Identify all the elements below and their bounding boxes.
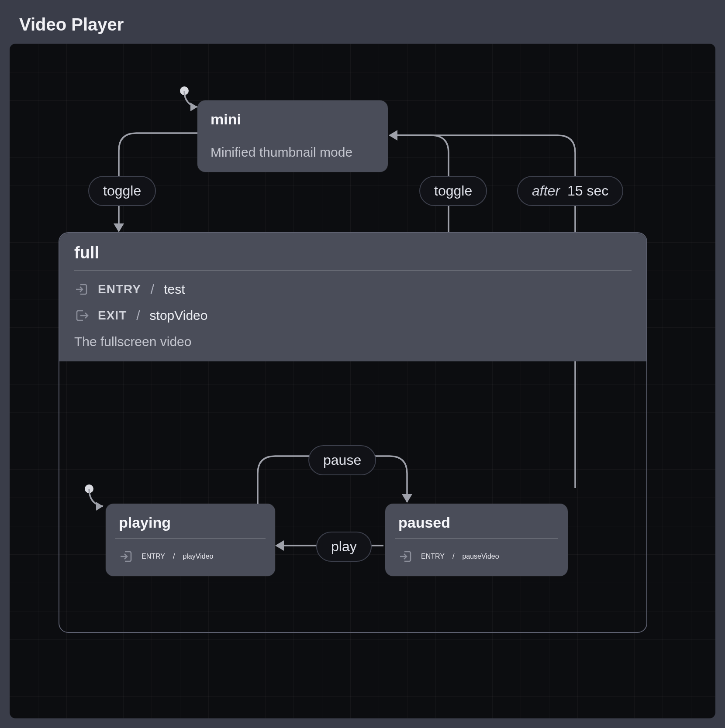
entry-keyword: ENTRY — [142, 553, 165, 560]
transition-after-value: 15 sec — [564, 183, 608, 199]
entry-keyword: ENTRY — [421, 553, 445, 560]
state-paused[interactable]: paused ENTRY / pauseVideo — [385, 504, 568, 576]
state-full-description: The fullscreen video — [74, 323, 632, 349]
state-full-title: full — [74, 244, 632, 270]
entry-action: test — [164, 282, 185, 297]
diagram-frame: Video Player — [0, 0, 725, 728]
transition-full-to-mini-after[interactable]: after 15 sec — [517, 176, 623, 206]
state-full-header: full ENTRY / test EXIT / stopVid — [59, 233, 646, 361]
state-full-exit-row: EXIT / stopVideo — [74, 297, 632, 323]
state-mini-title: mini — [197, 100, 388, 136]
transition-after-keyword: after — [532, 183, 560, 199]
transition-label: play — [331, 539, 357, 554]
transition-full-to-mini-toggle[interactable]: toggle — [419, 176, 487, 206]
svg-marker-2 — [114, 223, 124, 232]
state-paused-body: ENTRY / pauseVideo — [385, 539, 568, 576]
slash: / — [452, 553, 454, 560]
exit-action: stopVideo — [150, 308, 208, 323]
entry-icon — [74, 282, 89, 297]
entry-action: playVideo — [183, 553, 213, 560]
entry-keyword: ENTRY — [98, 282, 141, 296]
svg-point-0 — [180, 86, 189, 95]
state-full-entry-row: ENTRY / test — [74, 271, 632, 297]
state-mini[interactable]: mini Minified thumbnail mode — [197, 100, 388, 172]
state-playing-body: ENTRY / playVideo — [106, 539, 275, 576]
slash: / — [150, 282, 155, 297]
slash: / — [173, 553, 175, 560]
svg-marker-1 — [190, 103, 197, 111]
state-full[interactable]: full ENTRY / test EXIT / stopVid — [59, 232, 647, 633]
transition-label: toggle — [434, 183, 472, 199]
exit-keyword: EXIT — [98, 309, 127, 323]
state-playing[interactable]: playing ENTRY / playVideo — [106, 504, 275, 576]
state-paused-title: paused — [385, 504, 568, 538]
transition-paused-to-playing[interactable]: play — [316, 532, 372, 562]
svg-marker-3 — [389, 130, 397, 141]
state-playing-title: playing — [106, 504, 275, 538]
diagram-title: Video Player — [19, 15, 124, 34]
transition-label: toggle — [103, 183, 141, 199]
slash: / — [135, 308, 141, 323]
diagram-canvas[interactable]: mini Minified thumbnail mode toggle togg… — [10, 44, 715, 718]
exit-icon — [74, 308, 89, 323]
transition-label: pause — [323, 452, 361, 468]
state-mini-description: Minified thumbnail mode — [197, 136, 388, 172]
entry-icon — [119, 549, 134, 564]
entry-action: pauseVideo — [462, 553, 499, 560]
transition-mini-to-full[interactable]: toggle — [88, 176, 156, 206]
transition-playing-to-paused[interactable]: pause — [308, 445, 376, 475]
entry-icon — [398, 549, 413, 564]
